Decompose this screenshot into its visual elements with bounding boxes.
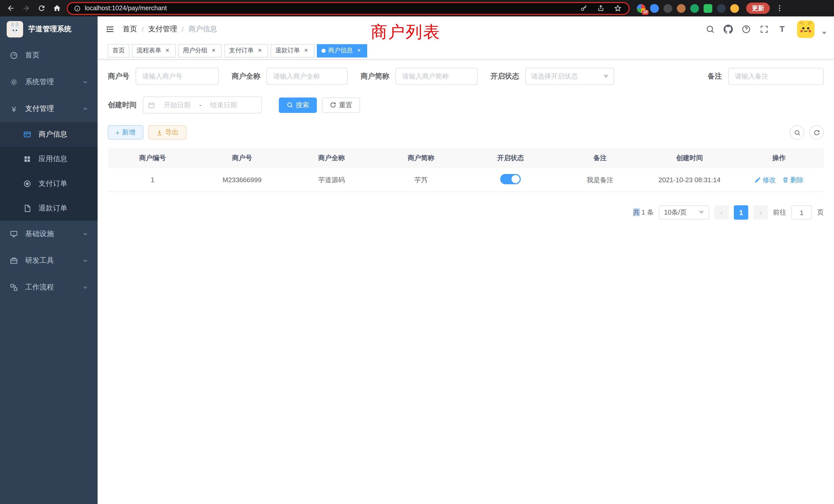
filter-merchant-no: 商户号 [108, 68, 219, 85]
delete-button-label: 删除 [790, 175, 804, 184]
status-toggle[interactable] [500, 174, 521, 184]
browser-home-icon[interactable] [51, 3, 63, 14]
app-logo[interactable]: 芋道管理系统 [0, 17, 97, 42]
extension-icon[interactable] [650, 4, 659, 13]
tab-close-icon[interactable]: × [164, 47, 171, 54]
browser-reload-icon[interactable] [36, 3, 47, 14]
tab-refund-order[interactable]: 退款订单× [271, 44, 314, 57]
extension-icon[interactable] [730, 4, 739, 13]
tab-pay-order[interactable]: 支付订单× [224, 44, 268, 57]
menu-label: 支付订单 [39, 179, 67, 188]
tab-close-icon[interactable]: × [303, 47, 310, 54]
extension-icon[interactable] [663, 4, 672, 13]
goto-suffix: 页 [817, 208, 824, 217]
grid-icon [23, 155, 32, 164]
sidebar-item-merchant-info[interactable]: 商户信息 [0, 122, 97, 147]
extension-icon[interactable] [704, 4, 712, 13]
page-size-select[interactable]: 10条/页 [659, 205, 709, 220]
edit-button[interactable]: 修改 [754, 175, 776, 184]
sidebar-item-refund-order[interactable]: 退款订单 [0, 196, 97, 221]
tags-view: 首页 流程表单× 用户分组× 支付订单× 退款订单× 商户信息× [97, 42, 834, 60]
browser-menu-icon[interactable] [774, 3, 785, 14]
short-name-input[interactable] [395, 68, 478, 85]
page-number-button[interactable]: 1 [734, 205, 748, 220]
show-search-button[interactable] [790, 125, 804, 140]
table-header-row: 商户编号 商户号 商户全称 商户简称 开启状态 备注 创建时间 操作 [108, 148, 824, 168]
goto-input[interactable] [791, 205, 812, 220]
end-date-input[interactable] [205, 101, 243, 109]
tab-process-form[interactable]: 流程表单× [132, 44, 176, 57]
header-cell: 商户简称 [376, 154, 466, 163]
address-bar[interactable]: localhost:1024/pay/merchant [67, 2, 630, 15]
sidebar-item-workflow[interactable]: 工作流程 [0, 274, 97, 301]
header-cell: 商户号 [197, 154, 287, 163]
date-range-picker[interactable]: - [143, 96, 262, 113]
share-icon[interactable] [595, 3, 607, 14]
date-separator: - [199, 101, 202, 109]
app-title: 芋道管理系统 [28, 25, 71, 34]
fullscreen-icon[interactable] [759, 24, 769, 35]
extension-icon[interactable]: 10 [637, 4, 645, 13]
prev-page-button[interactable]: ‹ [714, 205, 729, 220]
breadcrumb-item-home[interactable]: 首页 [123, 25, 137, 34]
active-tab-dot [322, 48, 326, 53]
browser-forward-icon[interactable] [21, 3, 32, 14]
sidebar-item-dev-tools[interactable]: 研发工具 [0, 247, 97, 274]
sidebar-item-system[interactable]: 系统管理 [0, 69, 97, 95]
tab-close-icon[interactable]: × [210, 47, 217, 54]
workflow-icon [9, 283, 19, 292]
sidebar-item-app-info[interactable]: 应用信息 [0, 147, 97, 171]
search-button[interactable]: 搜索 [279, 97, 317, 113]
filter-short-name: 商户简称 [360, 68, 478, 85]
sidebar: 芋道管理系统 首页 系统管理 ¥ 支付管理 [0, 17, 97, 504]
tab-label: 退款订单 [275, 46, 300, 55]
sidebar-item-payment[interactable]: ¥ 支付管理 [0, 95, 97, 122]
user-avatar[interactable] [797, 21, 814, 38]
sidebar-item-infrastructure[interactable]: 基础设施 [0, 221, 97, 247]
hamburger-icon[interactable] [105, 25, 114, 34]
breadcrumb-item-payment[interactable]: 支付管理 [148, 25, 177, 34]
sidebar-item-home[interactable]: 首页 [0, 42, 97, 69]
refresh-button[interactable] [809, 125, 824, 140]
yen-icon: ¥ [9, 104, 19, 113]
filter-label: 商户简称 [360, 72, 389, 81]
tab-label: 支付订单 [229, 46, 254, 55]
merchant-no-input[interactable] [136, 68, 219, 85]
search-icon[interactable] [705, 24, 716, 35]
extension-icon[interactable] [677, 4, 686, 13]
help-icon[interactable] [741, 24, 751, 35]
font-size-icon[interactable]: T [777, 24, 787, 35]
export-button-label: 导出 [165, 128, 178, 137]
filter-remark: 备注 [708, 68, 824, 85]
next-page-button[interactable]: › [753, 205, 768, 220]
update-button[interactable]: 更新 [746, 3, 770, 14]
extension-icon[interactable] [717, 4, 726, 13]
cell-full-name: 芋道源码 [287, 175, 376, 184]
tab-user-group[interactable]: 用户分组× [178, 44, 222, 57]
add-button[interactable]: + 新增 [108, 125, 143, 140]
export-button[interactable]: 导出 [148, 125, 186, 140]
tab-close-icon[interactable]: × [355, 47, 363, 54]
start-date-input[interactable] [158, 101, 196, 109]
key-icon[interactable] [578, 3, 590, 14]
bookmark-star-icon[interactable] [612, 3, 623, 14]
reset-button[interactable]: 重置 [322, 97, 360, 113]
status-select[interactable]: 请选择开启状态 [525, 68, 614, 85]
menu-label: 商户信息 [39, 130, 67, 139]
remark-input[interactable] [728, 68, 824, 85]
site-info-icon[interactable] [73, 3, 81, 14]
github-icon[interactable] [723, 24, 733, 35]
tab-home[interactable]: 首页 [108, 44, 129, 57]
filter-label: 创建时间 [108, 100, 137, 110]
avatar-caret-icon[interactable] [822, 31, 826, 34]
delete-button[interactable]: 删除 [782, 175, 804, 184]
app-shell: 芋道管理系统 首页 系统管理 ¥ 支付管理 [0, 17, 834, 504]
target-icon [23, 179, 32, 188]
tab-merchant-info[interactable]: 商户信息× [317, 44, 367, 57]
full-name-input[interactable] [266, 68, 348, 85]
extension-icon[interactable] [690, 4, 699, 13]
menu-label: 研发工具 [25, 256, 54, 265]
browser-back-icon[interactable] [5, 3, 17, 14]
tab-close-icon[interactable]: × [256, 47, 263, 54]
sidebar-item-pay-order[interactable]: 支付订单 [0, 171, 97, 196]
